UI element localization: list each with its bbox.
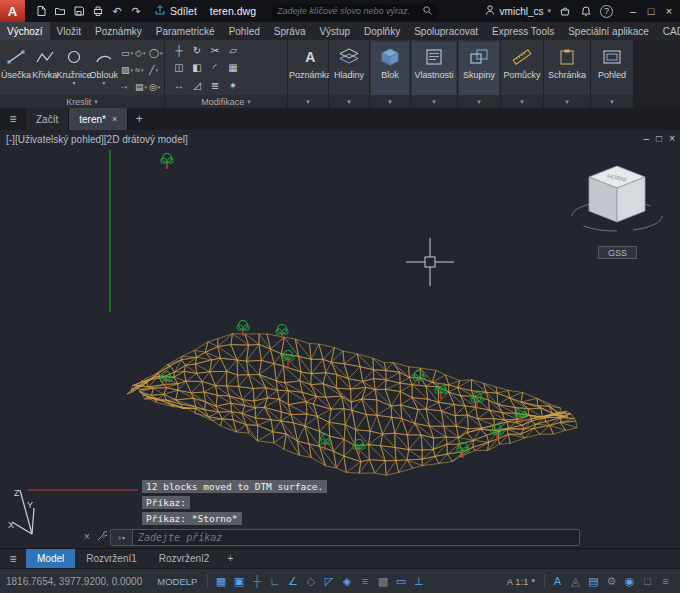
command-prompt-icon[interactable]: ›▾ xyxy=(111,530,133,545)
grid-display-toggle[interactable]: ▦ xyxy=(212,575,229,588)
terrain-mesh[interactable] xyxy=(127,334,577,476)
ribbon-tab-express-tools[interactable]: Express Tools xyxy=(485,22,561,40)
panel-title-blok[interactable]: ▾ xyxy=(370,95,410,108)
stretch-icon[interactable]: ↔ xyxy=(174,80,184,95)
ribbon-tab-poznamky[interactable]: Poznámky xyxy=(88,22,149,40)
properties-button[interactable]: Vlastnosti xyxy=(412,42,456,95)
viewcube-coordinate-system-button[interactable]: GSS xyxy=(598,246,637,259)
lineweight-toggle[interactable]: ≡ xyxy=(356,575,373,587)
layout-tab-rozvrzeni1[interactable]: Rozvržení1 xyxy=(75,549,148,568)
copy-icon[interactable]: ◫ xyxy=(174,62,184,77)
ribbon-tab-spolupracovat[interactable]: Spolupracovat xyxy=(407,22,485,40)
ribbon-tab-parametricke[interactable]: Parametrické xyxy=(149,22,222,40)
tree-blocks[interactable] xyxy=(160,154,527,459)
model-paper-toggle[interactable]: MODELP xyxy=(151,576,203,587)
block-button[interactable]: Blok xyxy=(371,42,409,95)
search-input[interactable] xyxy=(277,6,422,16)
customize-statusbar-icon[interactable]: ≡ xyxy=(657,575,674,587)
ribbon-tab-cad-studio[interactable]: CAD Studio xyxy=(656,22,680,40)
save-file-icon[interactable] xyxy=(72,4,86,18)
close-tab-icon[interactable]: × xyxy=(112,114,117,124)
groups-button[interactable]: Skupiny xyxy=(459,42,499,95)
viewport-restore-icon[interactable]: □ xyxy=(656,133,662,144)
panel-title-kreslit[interactable]: Kreslit▾ xyxy=(0,95,164,108)
ortho-mode-toggle[interactable]: ∟ xyxy=(266,575,283,587)
ribbon-tab-vychozi[interactable]: Výchozí xyxy=(0,22,50,40)
notifications-bell-icon[interactable] xyxy=(579,4,593,18)
polyline-button[interactable]: Křivka xyxy=(31,42,58,95)
offset-icon[interactable]: ≣ xyxy=(210,80,220,95)
file-tab-menu-icon[interactable]: ≡ xyxy=(0,108,26,130)
clipboard-button[interactable]: Schránka xyxy=(545,42,589,95)
hatch-icon[interactable]: ▨▾ xyxy=(121,62,133,77)
annotation-monitor-toggle[interactable]: ◬ xyxy=(567,575,584,588)
line-button[interactable]: Úsečka xyxy=(1,42,31,95)
app-menu-button[interactable]: A xyxy=(0,0,25,22)
ribbon-tab-vlozit[interactable]: Vložit xyxy=(50,22,88,40)
dynamic-ucs-toggle[interactable]: ⊥ xyxy=(410,575,427,588)
ellipse-icon[interactable]: ◯▾ xyxy=(149,45,161,60)
panel-title-pomucky[interactable]: ▾ xyxy=(501,95,543,108)
search-box[interactable] xyxy=(271,4,439,19)
transparency-toggle[interactable]: ▩ xyxy=(374,575,391,588)
drawing-canvas[interactable]: Z Y X HORNÍ xyxy=(0,130,680,548)
region-icon[interactable]: ▤▾ xyxy=(135,80,147,95)
point-icon[interactable]: ∙▾ xyxy=(121,80,133,95)
annotation-scale-button[interactable]: A 1:1▾ xyxy=(502,576,540,587)
chevron-down-icon[interactable]: ▾ xyxy=(72,80,75,86)
command-close-icon[interactable]: × xyxy=(84,531,90,544)
new-drawing-tab-button[interactable]: + xyxy=(128,108,150,130)
osnap-tracking-toggle[interactable]: ◸ xyxy=(320,575,337,588)
infer-constraints-toggle[interactable]: ┼ xyxy=(248,575,265,587)
panel-title-vlastnosti[interactable]: ▾ xyxy=(411,95,457,108)
workspace-gear-icon[interactable]: ⚙ xyxy=(603,575,620,588)
array-icon[interactable]: ▦ xyxy=(228,62,238,77)
command-customize-icon[interactable] xyxy=(96,531,107,544)
close-button[interactable]: × xyxy=(660,0,678,22)
undo-icon[interactable]: ↶ xyxy=(110,4,124,18)
viewport-controls-label[interactable]: [-][Uživatelský pohled][2D drátový model… xyxy=(6,134,188,145)
ribbon-tab-pohled[interactable]: Pohled xyxy=(222,22,267,40)
store-icon[interactable] xyxy=(558,4,572,18)
file-tab-start[interactable]: Začít xyxy=(26,108,69,130)
graphics-performance-toggle[interactable]: ◉ xyxy=(621,575,638,588)
file-tab-teren[interactable]: teren* × xyxy=(69,108,128,130)
ribbon-tab-sprava[interactable]: Správa xyxy=(267,22,313,40)
isometric-drafting-toggle[interactable]: ◇ xyxy=(302,575,319,588)
ribbon-tab-specialni-aplikace[interactable]: Speciální aplikace xyxy=(561,22,656,40)
scale-icon[interactable]: ◿ xyxy=(192,80,202,95)
view-button[interactable]: Pohled xyxy=(592,42,632,95)
layout-menu-icon[interactable]: ≡ xyxy=(0,549,26,568)
spline-icon[interactable]: ≈▾ xyxy=(135,62,147,77)
new-file-icon[interactable] xyxy=(34,4,48,18)
panel-title-modifikace[interactable]: Modifikace▾ xyxy=(165,95,287,108)
minimize-button[interactable]: – xyxy=(624,0,642,22)
panel-title-poznamka[interactable]: ▾ xyxy=(288,95,328,108)
clean-screen-toggle[interactable]: □ xyxy=(639,575,656,587)
trim-icon[interactable]: ✂ xyxy=(210,45,220,60)
new-layout-button[interactable]: + xyxy=(220,549,240,568)
layout-tab-model[interactable]: Model xyxy=(26,549,75,568)
drawing-viewport[interactable]: [-][Uživatelský pohled][2D drátový model… xyxy=(0,130,680,548)
quick-properties-toggle[interactable]: ▤ xyxy=(585,575,602,588)
annotation-visibility-toggle[interactable]: A xyxy=(549,575,566,587)
command-line-bar[interactable]: ›▾ xyxy=(110,529,580,546)
viewport-minimize-icon[interactable]: – xyxy=(644,133,650,144)
open-file-icon[interactable] xyxy=(53,4,67,18)
ribbon-tab-doplnky[interactable]: Doplňky xyxy=(357,22,407,40)
viewport-close-icon[interactable]: × xyxy=(669,133,675,144)
layout-tab-rozvrzeni2[interactable]: Rozvržení2 xyxy=(148,549,221,568)
account-button[interactable]: vmichl_cs ▾ xyxy=(484,4,551,18)
ribbon-tab-vystup[interactable]: Výstup xyxy=(312,22,357,40)
redo-icon[interactable]: ↷ xyxy=(129,4,143,18)
panel-title-pohled[interactable]: ▾ xyxy=(591,95,633,108)
layers-button[interactable]: Hladiny xyxy=(330,42,368,95)
selection-cycling-toggle[interactable]: ▭ xyxy=(392,575,409,588)
rectangle-icon[interactable]: ▭▾ xyxy=(121,45,133,60)
fillet-icon[interactable]: ◜ xyxy=(210,62,220,77)
share-button[interactable]: Sdílet xyxy=(154,4,197,18)
panel-title-hladiny[interactable]: ▾ xyxy=(329,95,369,108)
text-button[interactable]: A Poznámka xyxy=(289,42,332,95)
command-input[interactable] xyxy=(133,532,579,543)
search-icon[interactable] xyxy=(422,5,433,18)
